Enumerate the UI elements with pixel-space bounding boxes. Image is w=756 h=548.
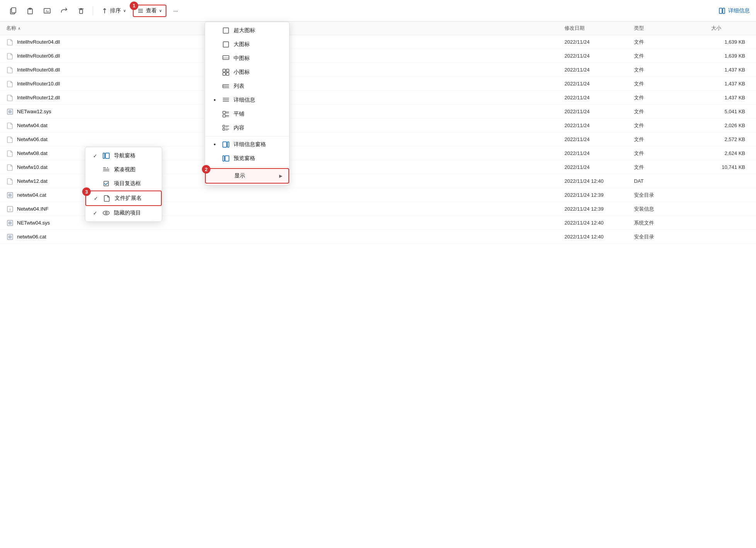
file-modified: 2022/11/24 12:39 <box>564 206 634 212</box>
file-modified: 2022/11/24 <box>564 164 634 170</box>
sort-arrow-icon: ∧ <box>18 26 20 31</box>
menu-item-tiles[interactable]: 平铺 <box>205 107 289 121</box>
file-type: 文件 <box>634 150 711 157</box>
file-name: IntellhvRouter12.dll <box>17 95 60 100</box>
svg-point-22 <box>10 223 10 223</box>
menu-item-details-pane[interactable]: • 详细信息窗格 <box>205 138 289 151</box>
label-nav-pane: 导航窗格 <box>114 152 136 159</box>
menu-item-medium[interactable]: 中图标 <box>205 51 289 65</box>
table-row[interactable]: IntellhvRouter10.dll 2022/11/24 文件 1,437… <box>0 77 756 91</box>
file-name: IntellhvRouter10.dll <box>17 81 60 87</box>
label-preview-pane: 预览窗格 <box>234 155 255 162</box>
svg-point-25 <box>10 237 10 237</box>
file-icon <box>6 38 14 46</box>
submenu-item-nav-pane[interactable]: ✓ 导航窗格 <box>85 149 162 163</box>
share-icon-btn[interactable] <box>57 4 71 18</box>
label-tiles: 平铺 <box>234 111 244 117</box>
icon-compact-view: ✦ <box>102 166 110 174</box>
file-name: NETwaw12.sys <box>17 109 51 114</box>
file-modified: 2022/11/24 <box>564 95 634 100</box>
file-name: Netwfw10.dat <box>17 164 47 170</box>
table-row[interactable]: IntellhvRouter04.dll 2022/11/24 文件 1,639… <box>0 35 756 49</box>
file-size: 2,572 KB <box>711 136 750 142</box>
file-size: 1,639 KB <box>711 53 750 59</box>
label-medium: 中图标 <box>234 55 250 62</box>
file-size: 2,624 KB <box>711 150 750 156</box>
label-item-checkbox: 项目复选框 <box>114 180 141 187</box>
table-row[interactable]: netwtw06.cat 2022/11/24 12:40 安全目录 <box>0 230 756 244</box>
file-type: 文件 <box>634 39 711 46</box>
file-modified: 2022/11/24 <box>564 150 634 156</box>
copy-icon-btn[interactable] <box>6 4 20 18</box>
svg-rect-41 <box>223 111 225 114</box>
check-hidden-items: ✓ <box>92 210 98 216</box>
label-large: 大图标 <box>234 41 250 48</box>
col-modified[interactable]: 修改日期 <box>564 23 634 33</box>
menu-item-large[interactable]: 大图标 <box>205 37 289 51</box>
svg-point-14 <box>10 111 10 112</box>
menu-item-extra-large[interactable]: 超大图标 <box>205 24 289 37</box>
file-icon <box>6 191 14 199</box>
label-content: 内容 <box>234 124 244 131</box>
file-icon <box>6 80 14 88</box>
file-icon <box>6 66 14 74</box>
file-size: 5,041 KB <box>711 109 750 114</box>
more-button[interactable]: ··· <box>170 6 182 16</box>
file-type: 安全目录 <box>634 233 711 240</box>
submenu-item-compact-view[interactable]: ✦ 紧凑视图 <box>85 163 162 177</box>
file-size: 1,639 KB <box>711 39 750 45</box>
submenu-item-item-checkbox[interactable]: 项目复选框 <box>85 177 162 191</box>
svg-rect-50 <box>223 128 225 130</box>
table-row[interactable]: Netwfw04.dat 2022/11/24 文件 2,026 KB <box>0 119 756 133</box>
table-row[interactable]: IntellhvRouter06.dll 2022/11/24 文件 1,639… <box>0 49 756 63</box>
icon-small <box>222 68 230 76</box>
col-size-label: 大小 <box>711 25 721 32</box>
rename-icon-btn[interactable]: Aa <box>40 4 54 18</box>
view-chevron: ∨ <box>159 9 162 13</box>
icon-item-checkbox <box>102 180 110 187</box>
file-modified: 2022/11/24 <box>564 53 634 59</box>
sort-button[interactable]: 排序 ∨ <box>98 5 130 16</box>
icon-details <box>222 96 230 104</box>
menu-item-content[interactable]: 内容 <box>205 121 289 135</box>
file-icon <box>6 52 14 60</box>
svg-rect-1 <box>12 8 16 13</box>
detail-info-btn[interactable]: 详细信息 <box>718 7 750 15</box>
table-row[interactable]: IntellhvRouter08.dll 2022/11/24 文件 1,437… <box>0 63 756 77</box>
menu-item-list[interactable]: 列表 <box>205 79 289 93</box>
svg-text:✦: ✦ <box>107 167 108 169</box>
show-submenu-arrow: ▶ <box>279 174 282 179</box>
file-size: 1,437 KB <box>711 95 750 100</box>
menu-item-preview-pane[interactable]: 预览窗格 <box>205 151 289 165</box>
view-button[interactable]: 查看 ∨ 1 <box>133 5 166 17</box>
table-row[interactable]: IntellhvRouter12.dll 2022/11/24 文件 1,437… <box>0 91 756 105</box>
col-size[interactable]: 大小 <box>711 23 750 33</box>
svg-rect-44 <box>223 115 225 117</box>
file-type: 安装信息 <box>634 206 711 213</box>
file-name: IntellhvRouter04.dll <box>17 39 60 45</box>
view-dropdown-menu: 超大图标 大图标 中图标 小图标 <box>205 22 290 186</box>
file-list: 名称 ∧ 修改日期 类型 大小 IntellhvRouter04.dll 202… <box>0 22 756 548</box>
submenu-item-hidden-items[interactable]: ✓ 隐藏的项目 <box>85 206 162 220</box>
file-icon <box>6 163 14 171</box>
badge-2: 2 <box>202 165 210 174</box>
menu-item-show[interactable]: 2 显示 ▶ <box>205 168 289 184</box>
submenu-item-file-ext[interactable]: 3 ✓ 文件扩展名 <box>85 191 162 206</box>
file-modified: 2022/11/24 12:40 <box>564 178 634 184</box>
svg-rect-2 <box>28 9 32 14</box>
paste-icon-btn[interactable] <box>23 4 37 18</box>
table-row[interactable]: Netwfw06.dat 2022/11/24 文件 2,572 KB <box>0 133 756 146</box>
menu-item-small[interactable]: 小图标 <box>205 65 289 79</box>
column-headers: 名称 ∧ 修改日期 类型 大小 <box>0 22 756 35</box>
menu-item-details[interactable]: • 详细信息 <box>205 93 289 107</box>
table-row[interactable]: NETwaw12.sys 2022/11/24 文件 5,041 KB <box>0 105 756 119</box>
col-type[interactable]: 类型 <box>634 23 711 33</box>
svg-rect-30 <box>223 69 225 72</box>
delete-icon-btn[interactable] <box>74 4 88 18</box>
file-type: 文件 <box>634 164 711 171</box>
label-show: 显示 <box>234 172 245 179</box>
file-modified: 2022/11/24 <box>564 136 634 142</box>
label-list: 列表 <box>234 83 244 90</box>
file-type: 文件 <box>634 136 711 143</box>
file-icon <box>6 177 14 185</box>
